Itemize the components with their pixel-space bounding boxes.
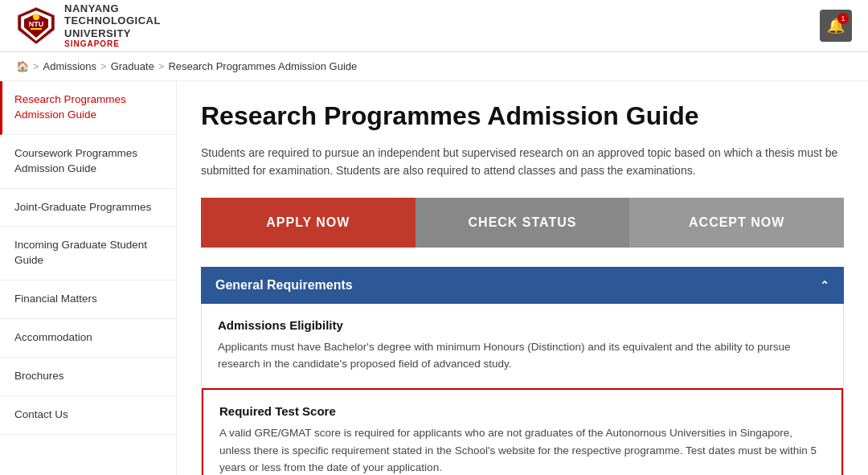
breadcrumb-sep-3: >: [158, 60, 165, 72]
required-test-score-subsection: Required Test Score A valid GRE/GMAT sco…: [202, 388, 843, 475]
admissions-eligibility-text: Applicants must have Bachelor's degree w…: [218, 338, 827, 373]
required-test-score-text: A valid GRE/GMAT score is required for a…: [219, 424, 825, 475]
breadcrumb-admissions[interactable]: Admissions: [43, 60, 96, 72]
sidebar-item-brochures[interactable]: Brochures: [0, 358, 176, 396]
header: NTU NANYANGTECHNOLOGICALUNIVERSITY SINGA…: [0, 0, 868, 52]
page-title: Research Programmes Admission Guide: [201, 101, 844, 131]
sidebar-item-research[interactable]: Research Programmes Admission Guide: [0, 81, 176, 135]
required-test-score-title: Required Test Score: [219, 404, 825, 418]
sidebar-item-financial[interactable]: Financial Matters: [0, 280, 176, 319]
sidebar-item-coursework[interactable]: Coursework Programmes Admission Guide: [0, 135, 176, 189]
check-status-button[interactable]: CHECK STATUS: [416, 198, 630, 248]
general-requirements-header[interactable]: General Requirements ⌃: [201, 267, 844, 304]
breadcrumb-sep-2: >: [100, 60, 107, 72]
logo-name: NANYANGTECHNOLOGICALUNIVERSITY: [64, 2, 161, 40]
breadcrumb-current: Research Programmes Admission Guide: [168, 60, 357, 72]
ntu-logo-icon: NTU: [16, 6, 56, 46]
section-header-label: General Requirements: [215, 278, 353, 293]
logo-sub: SINGAPORE: [64, 39, 161, 49]
home-icon[interactable]: 🏠: [16, 60, 29, 72]
intro-text: Students are required to pursue an indep…: [201, 144, 844, 180]
sidebar-item-contact[interactable]: Contact Us: [0, 396, 176, 435]
logo-text: NANYANGTECHNOLOGICALUNIVERSITY SINGAPORE: [64, 2, 161, 50]
notification-button[interactable]: 🔔 1: [820, 10, 852, 42]
breadcrumb: 🏠 > Admissions > Graduate > Research Pro…: [0, 52, 868, 81]
apply-now-button[interactable]: APPLY NOW: [201, 198, 416, 248]
content-area: Research Programmes Admission Guide Stud…: [177, 81, 868, 475]
sidebar-item-joint[interactable]: Joint-Graduate Programmes: [0, 189, 176, 227]
sidebar-item-accommodation[interactable]: Accommodation: [0, 319, 176, 358]
accept-now-button[interactable]: ACCEPT NOW: [629, 198, 844, 248]
section-content: Admissions Eligibility Applicants must h…: [201, 304, 844, 475]
logo-area: NTU NANYANGTECHNOLOGICALUNIVERSITY SINGA…: [16, 2, 161, 50]
admissions-eligibility-title: Admissions Eligibility: [218, 318, 827, 332]
sidebar: Research Programmes Admission Guide Cour…: [0, 81, 177, 475]
admissions-eligibility-subsection: Admissions Eligibility Applicants must h…: [202, 304, 843, 388]
breadcrumb-sep-1: >: [33, 60, 39, 72]
chevron-up-icon: ⌃: [820, 279, 829, 292]
svg-text:NTU: NTU: [29, 20, 44, 28]
notification-badge: 1: [837, 13, 849, 24]
svg-point-4: [33, 14, 39, 20]
sidebar-item-incoming[interactable]: Incoming Graduate Student Guide: [0, 227, 176, 280]
svg-rect-5: [31, 28, 42, 30]
main-layout: Research Programmes Admission Guide Cour…: [0, 81, 868, 475]
action-buttons: APPLY NOW CHECK STATUS ACCEPT NOW: [201, 198, 844, 248]
breadcrumb-graduate[interactable]: Graduate: [111, 60, 154, 72]
